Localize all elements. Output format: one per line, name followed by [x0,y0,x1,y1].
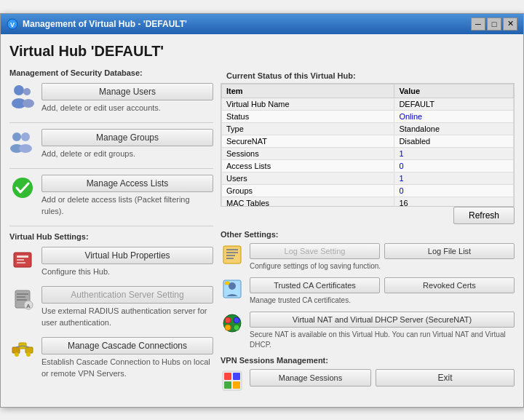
auth-server-content: Authentication Server Setting Use extern… [41,286,213,328]
table-row: Users1 [222,172,514,184]
trusted-ca-row: Trusted CA Certificates Revoked Certs Ma… [221,277,515,306]
main-window: V Management of Virtual Hub - 'DEFAULT' … [0,13,524,408]
close-button[interactable]: ✕ [503,17,517,31]
trusted-ca-content: Trusted CA Certificates Revoked Certs Ma… [250,277,515,306]
manage-groups-desc: Add, delete or edit groups. [41,148,213,159]
svg-rect-16 [17,293,28,295]
hub-title: Virtual Hub 'DEFAULT' [9,43,515,60]
svg-point-9 [19,144,32,153]
trusted-ca-button[interactable]: Trusted CA Certificates [250,277,380,293]
table-cell-value: 0 [394,184,514,197]
virtual-nat-button[interactable]: Virtual NAT and Virtual DHCP Server (Sec… [250,312,515,328]
table-row: Access Lists0 [222,159,514,172]
main-layout: Management of Security Database: Manage … [9,68,515,398]
table-cell-item: Access Lists [222,159,394,172]
table-cell-item: SecureNAT [222,135,394,147]
svg-point-5 [23,99,34,108]
virtual-hub-properties-desc: Configure this Hub. [41,266,213,277]
auth-server-item: A Authentication Server Setting Use exte… [9,286,213,328]
auth-server-desc: Use external RADIUS authentication serve… [41,306,213,328]
svg-rect-34 [225,282,229,285]
status-table: Item Value Virtual Hub NameDEFAULTStatus… [221,84,514,207]
svg-point-2 [14,85,24,95]
table-cell-item: Status [222,110,394,122]
svg-point-6 [12,132,21,141]
virtual-hub-properties-item: Virtual Hub Properties Configure this Hu… [9,247,213,277]
exit-button[interactable]: Exit [376,369,515,387]
table-cell-item: Type [222,122,394,135]
manage-groups-button[interactable]: Manage Groups [41,129,213,146]
table-cell-value: 0 [394,159,514,172]
title-bar-left: V Management of Virtual Hub - 'DEFAULT' [7,18,187,30]
table-cell-value: 16 [394,197,514,207]
manage-access-item: Manage Access Lists Add or delete access… [9,175,213,217]
svg-point-10 [12,178,33,198]
manage-users-button[interactable]: Manage Users [41,83,213,100]
virtual-nat-desc: Secure NAT is available on this Virtual … [250,330,515,350]
svg-rect-21 [12,347,20,353]
virtual-hub-properties-button[interactable]: Virtual Hub Properties [41,247,213,264]
manage-access-content: Manage Access Lists Add or delete access… [41,175,213,217]
auth-server-button[interactable]: Authentication Server Setting [41,286,213,304]
virtual-nat-content: Virtual NAT and Virtual DHCP Server (Sec… [250,312,515,350]
refresh-row: Refresh [221,207,515,224]
manage-cascade-icon [9,337,36,363]
virtual-hub-properties-icon [9,247,36,273]
manage-sessions-button[interactable]: Manage Sessions [250,369,371,387]
table-row: TypeStandalone [222,122,514,135]
revoked-certs-button[interactable]: Revoked Certs [384,277,515,293]
manage-users-desc: Add, delete or edit user accounts. [41,103,213,114]
vpn-sessions-label: VPN Sessions Management: [221,356,515,365]
window-title: Management of Virtual Hub - 'DEFAULT' [23,19,187,29]
status-table-container[interactable]: Item Value Virtual Hub NameDEFAULTStatus… [221,83,515,207]
svg-text:V: V [10,21,15,28]
table-cell-value: 1 [394,172,514,184]
svg-point-4 [23,88,31,95]
manage-access-icon [9,175,36,201]
minimize-button[interactable]: ─ [471,17,485,31]
svg-text:A: A [26,303,31,309]
refresh-button[interactable]: Refresh [453,207,515,224]
manage-groups-icon [9,129,36,155]
security-section-label: Management of Security Database: [9,68,213,77]
vpn-sessions-btn-row: Manage Sessions Exit [250,369,515,387]
manage-access-button[interactable]: Manage Access Lists [41,175,213,192]
log-save-setting-button[interactable]: Log Save Setting [250,243,380,259]
hub-settings-label: Virtual Hub Settings: [9,232,213,241]
log-desc: Configure settings of log saving functio… [250,261,515,272]
maximize-button[interactable]: □ [487,17,501,31]
manage-access-desc: Add or delete access lists (Packet filte… [41,194,213,217]
left-panel: Management of Security Database: Manage … [9,68,213,398]
log-settings-content: Log Save Setting Log File List Configure… [250,243,515,272]
svg-point-38 [225,325,231,330]
log-file-list-button[interactable]: Log File List [384,243,515,259]
app-icon: V [7,18,18,30]
divider-1 [9,122,213,123]
trusted-ca-icon [221,277,244,301]
svg-rect-17 [17,296,25,298]
table-cell-item: MAC Tables [222,197,394,207]
svg-rect-14 [17,262,25,264]
table-row: Groups0 [222,184,514,197]
svg-point-26 [26,352,31,357]
manage-groups-content: Manage Groups Add, delete or edit groups… [41,129,213,159]
title-bar-controls: ─ □ ✕ [471,17,517,31]
svg-point-33 [229,282,236,290]
manage-groups-item: Manage Groups Add, delete or edit groups… [9,129,213,159]
table-row: StatusOnline [222,110,514,122]
table-cell-item: Groups [222,184,394,197]
trusted-ca-btn-row: Trusted CA Certificates Revoked Certs [250,277,515,293]
table-row: SecureNATDisabled [222,135,514,147]
svg-rect-31 [226,258,234,259]
svg-rect-13 [17,259,24,261]
table-cell-item: Sessions [222,147,394,159]
manage-cascade-button[interactable]: Manage Cascade Connections [41,337,213,354]
manage-users-content: Manage Users Add, delete or edit user ac… [41,83,213,114]
svg-rect-29 [226,252,238,253]
svg-rect-30 [226,255,235,256]
manage-cascade-desc: Establish Cascade Connection to Hubs on … [41,357,213,379]
table-cell-value: DEFAULT [394,98,514,110]
virtual-nat-icon [221,312,244,335]
svg-rect-18 [17,299,27,301]
svg-rect-41 [224,373,231,380]
